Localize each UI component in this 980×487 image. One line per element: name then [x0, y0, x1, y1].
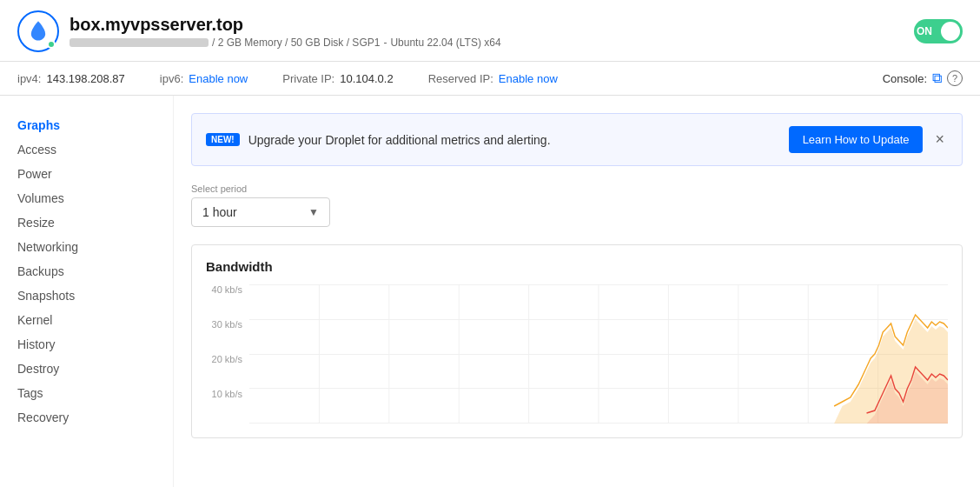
- ipv6-item: ipv6: Enable now: [160, 72, 248, 85]
- banner-text: Upgrade your Droplet for additional metr…: [248, 133, 551, 147]
- reserved-ip-item: Reserved IP: Enable now: [428, 72, 558, 85]
- sidebar: Graphs Access Power Volumes Resize Netwo…: [0, 96, 174, 487]
- ipv6-label: ipv6:: [160, 72, 183, 85]
- chart-grid: [249, 284, 948, 424]
- sidebar-item-recovery[interactable]: Recovery: [17, 405, 156, 430]
- console-window-icon[interactable]: ⧉: [932, 70, 942, 86]
- sidebar-item-backups[interactable]: Backups: [17, 259, 156, 284]
- sidebar-item-volumes[interactable]: Volumes: [17, 186, 156, 210]
- sidebar-item-destroy[interactable]: Destroy: [17, 357, 156, 381]
- server-title-block: box.myvpsserver.top / 2 GB Memory / 50 G…: [70, 15, 501, 49]
- private-ip-label: Private IP:: [282, 72, 334, 85]
- ipv4-label: ipv4:: [17, 72, 41, 85]
- sidebar-item-tags[interactable]: Tags: [17, 381, 156, 405]
- chart-area: 40 kb/s 30 kb/s 20 kb/s 10 kb/s: [206, 284, 948, 424]
- y-axis: 40 kb/s 30 kb/s 20 kb/s 10 kb/s: [206, 284, 249, 424]
- content-area: NEW! Upgrade your Droplet for additional…: [174, 96, 980, 487]
- banner-close-button[interactable]: ×: [931, 130, 948, 149]
- status-dot: [47, 40, 56, 49]
- ipv6-enable-link[interactable]: Enable now: [189, 72, 248, 85]
- bandwidth-chart: Bandwidth 40 kb/s 30 kb/s 20 kb/s 10 kb/…: [191, 244, 963, 438]
- chart-title: Bandwidth: [206, 259, 948, 274]
- server-os: Ubuntu 22.04 (LTS) x64: [390, 37, 500, 49]
- main-layout: Graphs Access Power Volumes Resize Netwo…: [0, 96, 980, 487]
- help-icon[interactable]: ?: [947, 70, 963, 86]
- banner-right: Learn How to Update ×: [789, 126, 948, 153]
- console-area: Console: ⧉ ?: [883, 70, 963, 86]
- server-name: box.myvpsserver.top: [70, 15, 501, 35]
- new-badge: NEW!: [206, 133, 240, 146]
- ip-bar: ipv4: 143.198.208.87 ipv6: Enable now Pr…: [0, 62, 980, 96]
- learn-how-button[interactable]: Learn How to Update: [789, 126, 924, 153]
- upgrade-banner: NEW! Upgrade your Droplet for additional…: [191, 113, 963, 166]
- sidebar-item-access[interactable]: Access: [17, 137, 156, 162]
- select-period-label: Select period: [191, 183, 963, 194]
- sidebar-item-kernel[interactable]: Kernel: [17, 308, 156, 332]
- sidebar-item-power[interactable]: Power: [17, 162, 156, 186]
- ipv4-value: 143.198.208.87: [46, 72, 124, 85]
- ip-blur: [70, 38, 209, 47]
- droplet-icon: [17, 10, 59, 52]
- private-ip-item: Private IP: 10.104.0.2: [282, 72, 393, 85]
- private-ip-value: 10.104.0.2: [340, 72, 393, 85]
- sidebar-item-resize[interactable]: Resize: [17, 210, 156, 235]
- reserved-ip-label: Reserved IP:: [428, 72, 493, 85]
- toggle-label: ON: [917, 25, 932, 37]
- ipv4-item: ipv4: 143.198.208.87: [17, 72, 125, 85]
- console-label: Console:: [883, 72, 927, 85]
- server-meta: / 2 GB Memory / 50 GB Disk / SGP1 - Ubun…: [70, 37, 501, 49]
- server-info: box.myvpsserver.top / 2 GB Memory / 50 G…: [17, 10, 501, 52]
- server-meta-suffix: / 2 GB Memory / 50 GB Disk / SGP1: [212, 37, 380, 49]
- reserved-ip-enable-link[interactable]: Enable now: [499, 72, 558, 85]
- period-value: 1 hour: [202, 205, 237, 219]
- period-select[interactable]: 1 hour ▼: [191, 197, 330, 227]
- sidebar-item-graphs[interactable]: Graphs: [17, 113, 156, 137]
- period-select-wrapper: Select period 1 hour ▼: [191, 183, 963, 227]
- chevron-down-icon: ▼: [308, 206, 319, 218]
- toggle-knob: [941, 22, 960, 41]
- toggle-switch[interactable]: ON: [914, 19, 963, 43]
- y-label-40: 40 kb/s: [206, 284, 242, 295]
- sidebar-item-snapshots[interactable]: Snapshots: [17, 284, 156, 308]
- y-label-30: 30 kb/s: [206, 319, 242, 330]
- sidebar-item-networking[interactable]: Networking: [17, 235, 156, 259]
- power-toggle[interactable]: ON: [914, 19, 963, 43]
- y-label-10: 10 kb/s: [206, 389, 242, 399]
- chart-svg: [249, 284, 948, 424]
- page-header: box.myvpsserver.top / 2 GB Memory / 50 G…: [0, 0, 980, 62]
- banner-left: NEW! Upgrade your Droplet for additional…: [206, 133, 551, 147]
- y-label-20: 20 kb/s: [206, 354, 242, 364]
- sidebar-item-history[interactable]: History: [17, 332, 156, 357]
